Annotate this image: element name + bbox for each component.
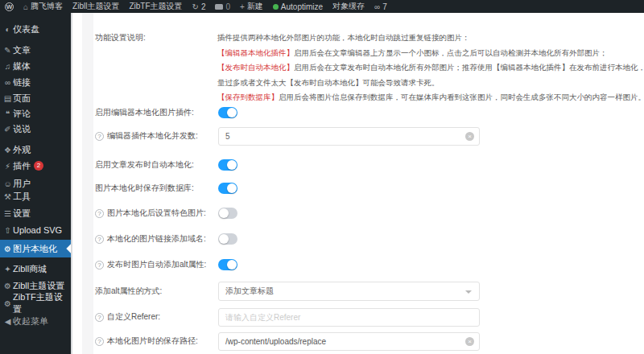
setting-label: ? 图片本地化后设置特色图片: — [95, 208, 218, 219]
help-icon[interactable]: ? — [95, 313, 104, 322]
description-line: 量过多或者文件太大【发布时自动本地化】可能会导致请求卡死。 — [217, 76, 644, 91]
site-home-link[interactable]: ⌂ 腾飞博客 — [19, 0, 68, 13]
alt-method-select[interactable]: 添加文章标题 — [218, 282, 480, 301]
comment-bubble-icon — [215, 4, 223, 10]
sidebar-item-label: 链接 — [13, 76, 31, 88]
label-text: 发布时图片自动添加alt属性: — [107, 259, 206, 270]
description-highlight: 【编辑器本地化插件】 — [217, 48, 294, 57]
link-count: 7 — [382, 2, 387, 11]
sidebar-item-zibll-shop[interactable]: ✦ Zibll商城 — [0, 261, 71, 277]
toggle-editor-plugin[interactable] — [218, 107, 237, 118]
clear-icon[interactable]: × — [465, 132, 474, 141]
sidebar-item-appearance[interactable]: ❖ 外观 — [0, 142, 71, 158]
toggle-knob — [227, 108, 237, 117]
clear-icon[interactable]: × — [465, 337, 474, 346]
autoptimize-menu[interactable]: Autoptimize — [268, 0, 328, 13]
sidebar-item-label: 图片本地化 — [13, 243, 57, 255]
select-value: 添加文章标题 — [225, 286, 274, 297]
sidebar-item-label: Zibll商城 — [13, 263, 47, 275]
referer-input[interactable] — [218, 308, 480, 327]
description-line: 【发布时自动本地化】启用后会在文章发布时自动本地化所有外部图片；推荐使用【编辑器… — [217, 60, 644, 76]
zibll-theme-settings-link[interactable]: Zibll主题设置 — [68, 0, 124, 13]
setting-row-editor-plugin: 启用编辑器本地化图片插件: — [95, 103, 626, 122]
sidebar-item-links[interactable]: ∞ 链接 — [0, 74, 71, 90]
comment-icon: ❝ — [3, 109, 12, 118]
help-icon[interactable]: ? — [95, 261, 104, 270]
comments-count: 0 — [225, 2, 230, 11]
sidebar-item-media[interactable]: ♫ 媒体 — [0, 58, 71, 74]
sidebar-item-label: Upload SVG — [13, 225, 62, 235]
input-wrap: × — [218, 332, 480, 351]
sidebar-item-label: 收起菜单 — [13, 315, 48, 327]
setting-row-add-domain: ? 本地化的图片链接添加域名: — [95, 229, 626, 249]
setting-row-featured-image: ? 图片本地化后设置特色图片: — [95, 204, 626, 223]
new-content-link[interactable]: + 新建 — [235, 0, 268, 13]
setting-label: 添加alt属性的方式: — [95, 286, 218, 297]
setting-label: ? 发布时图片自动添加alt属性: — [95, 259, 218, 270]
chain-icon: ∞ — [3, 78, 12, 87]
admin-bar: W ⌂ 腾飞博客 Zibll主题设置 ZibTF主题设置 ↻ 2 0 + 新建 … — [0, 0, 644, 13]
toggle-featured-image[interactable] — [218, 208, 237, 219]
toggle-auto-alt[interactable] — [218, 259, 237, 270]
setting-row-save-path: ? 本地化图片时的保存路径: × — [95, 331, 626, 351]
label-text: 启用文章发布时自动本地化: — [95, 159, 194, 171]
label-text: 图片本地化后设置特色图片: — [107, 208, 206, 219]
sidebar-item-upload-svg[interactable]: ⇧ Upload SVG — [0, 222, 71, 238]
comments-link[interactable]: 0 — [210, 0, 235, 13]
plugins-update-badge: 2 — [34, 161, 43, 171]
wordpress-menu[interactable]: W — [0, 0, 19, 13]
help-icon[interactable]: ? — [95, 132, 104, 141]
toggle-add-domain[interactable] — [218, 233, 237, 245]
link-icon: ∞ — [374, 2, 380, 11]
help-icon[interactable]: ? — [95, 209, 104, 218]
description-text: 插件提供两种本地化外部图片的功能，本地化时自动跳过重复链接的图片： — [217, 33, 470, 42]
zibtf-theme-settings-link[interactable]: ZibTF主题设置 — [124, 0, 187, 13]
object-cache-menu[interactable]: 对象缓存 — [328, 0, 369, 13]
sidebar-item-label: 媒体 — [13, 60, 31, 72]
sidebar-item-image-localization[interactable]: ⚙ 图片本地化 — [0, 240, 71, 257]
sidebar-item-label: 插件 — [13, 160, 31, 172]
updates-count: 2 — [201, 2, 206, 11]
description-line: 插件提供两种本地化外部图片的功能，本地化时自动跳过重复链接的图片： — [217, 31, 644, 46]
sidebar-item-collapse-menu[interactable]: ◀ 收起菜单 — [0, 313, 71, 329]
save-path-input[interactable] — [218, 332, 480, 351]
sidebar-item-tools[interactable]: ⚒ 工具 — [0, 188, 71, 204]
autoptimize-label: Autoptimize — [281, 2, 323, 11]
gear-icon: ⚙ — [3, 299, 12, 308]
links-counter-menu[interactable]: ∞ 7 — [369, 0, 392, 13]
description-row-label: 功能设置说明: — [95, 32, 146, 43]
setting-row-concurrency: ? 编辑器插件本地化并发数: × — [95, 126, 626, 146]
sidebar-item-dashboard[interactable]: ◐ 仪表盘 — [0, 21, 71, 37]
updates-link[interactable]: ↻ 2 — [188, 0, 211, 13]
toggle-auto-publish[interactable] — [218, 159, 237, 171]
toggle-knob — [219, 208, 229, 218]
plus-icon: + — [240, 2, 245, 11]
label-text: 本地化的图片链接添加域名: — [107, 233, 206, 245]
label-text: 启用编辑器本地化图片插件: — [95, 107, 194, 118]
sidebar-item-pages[interactable]: ▤ 页面 — [0, 90, 71, 106]
sidebar-item-shuoshuo[interactable]: ✐ 说说 — [0, 121, 71, 137]
description-highlight: 【保存到数据库】 — [217, 93, 279, 101]
setting-label: ? 编辑器插件本地化并发数: — [95, 130, 218, 142]
sidebar-item-comments[interactable]: ❝ 评论 — [0, 105, 71, 121]
home-icon: ⌂ — [23, 2, 28, 11]
sidebar-item-zibtf-theme-settings[interactable]: ⚙ ZibTF主题设置 — [0, 295, 71, 311]
label-text: 添加alt属性的方式: — [95, 286, 162, 297]
sidebar-item-label: 页面 — [13, 93, 31, 105]
toggle-save-db[interactable] — [218, 183, 237, 194]
pages-icon: ▤ — [3, 94, 12, 103]
sidebar-item-settings[interactable]: ☰ 设置 — [0, 205, 71, 221]
sidebar-scrollbar[interactable] — [71, 13, 72, 354]
setting-label: 启用编辑器本地化图片插件: — [95, 107, 218, 118]
sidebar-item-plugins[interactable]: ⚡ 插件 2 — [0, 158, 71, 174]
sidebar-item-label: 仪表盘 — [13, 23, 39, 35]
setting-row-referer: ? 自定义Referer: — [95, 307, 626, 327]
help-icon[interactable]: ? — [95, 235, 104, 244]
sidebar-item-posts[interactable]: ✎ 文章 — [0, 42, 71, 58]
gear-icon: ⚙ — [3, 282, 12, 290]
user-icon: ☺ — [3, 179, 12, 188]
help-icon[interactable]: ? — [95, 337, 104, 346]
label-text: 自定义Referer: — [107, 311, 160, 323]
toggle-knob — [227, 160, 237, 170]
concurrency-input[interactable] — [218, 127, 480, 146]
